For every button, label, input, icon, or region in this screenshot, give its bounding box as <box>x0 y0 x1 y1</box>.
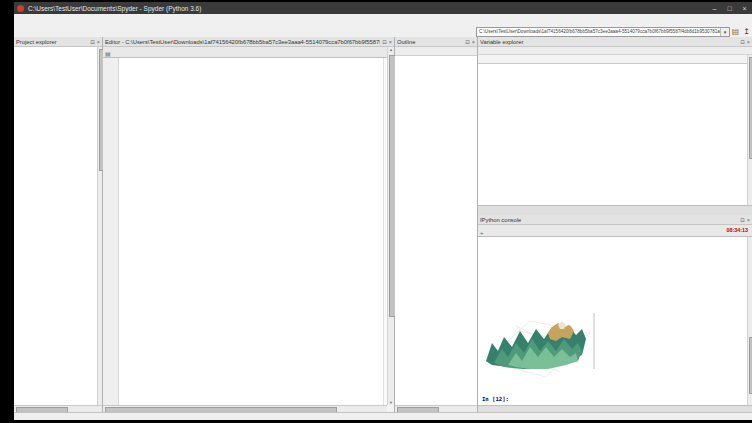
project-tree <box>14 47 97 405</box>
spyder-window: C:\Users\TestUser\Documents\Spyder - Spy… <box>14 2 752 420</box>
close-icon[interactable]: × <box>747 217 750 223</box>
minimize-button[interactable]: – <box>707 5 722 12</box>
browse-tabs-icon[interactable]: ▤ <box>105 50 111 57</box>
console-tab-bar: + 08:34:13 <box>478 225 752 237</box>
variable-explorer-toolbar <box>478 47 752 55</box>
outline-title: Outline <box>397 37 463 46</box>
console-input-prompt[interactable]: In [12]: <box>482 396 509 402</box>
console-vertical-scrollbar[interactable] <box>747 237 752 405</box>
new-console-icon[interactable]: + <box>480 230 484 236</box>
undock-icon[interactable]: ⊡ <box>382 39 387 45</box>
variable-table-header <box>478 55 747 64</box>
outline-horizontal-scrollbar[interactable] <box>395 405 477 412</box>
main-toolbar: C:\Users\TestUser\Downloads\1af74156420f… <box>14 26 752 37</box>
close-icon[interactable]: × <box>389 39 392 45</box>
maximize-button[interactable]: □ <box>722 5 737 12</box>
status-bar <box>14 412 752 420</box>
project-horizontal-scrollbar[interactable] <box>14 405 102 412</box>
undock-icon[interactable]: ⊡ <box>740 39 745 45</box>
outline-tree <box>395 56 477 405</box>
editor-panel: Editor - C:\Users\TestUser\Downloads\1af… <box>103 37 395 412</box>
undock-icon[interactable]: ⊡ <box>465 39 470 45</box>
undock-icon[interactable]: ⊡ <box>90 39 95 45</box>
working-directory-combobox[interactable]: C:\Users\TestUser\Downloads\1af74156420f… <box>476 27 730 37</box>
surface-plot <box>478 299 610 399</box>
editor-horizontal-scrollbar[interactable] <box>103 405 387 412</box>
close-icon[interactable]: × <box>747 39 750 45</box>
spyder-logo-icon <box>17 5 24 12</box>
working-directory-path: C:\Users\TestUser\Downloads\1af74156420f… <box>477 28 720 36</box>
variable-explorer-title: Variable explorer <box>480 37 738 46</box>
project-vertical-scrollbar[interactable] <box>97 47 102 405</box>
editor-tab-bar: ▤ <box>103 47 394 58</box>
editor-vertical-scrollbar[interactable]: ▲ ▼ <box>387 47 394 405</box>
chevron-down-icon[interactable]: ▾ <box>720 28 729 36</box>
parent-directory-icon[interactable]: ↥ <box>741 27 752 37</box>
variable-vertical-scrollbar[interactable] <box>747 55 752 205</box>
ipython-console-title: IPython console <box>480 215 738 224</box>
variable-table <box>478 64 747 205</box>
code-editor[interactable] <box>103 58 387 405</box>
editor-gutter[interactable] <box>103 58 119 405</box>
elapsed-time: 08:34:13 <box>726 225 748 236</box>
main-area: Project explorer ⊡× Editor - C:\Users\Te… <box>14 37 752 412</box>
right-panel-tabs <box>478 205 752 215</box>
close-icon[interactable]: × <box>472 39 475 45</box>
outline-toolbar <box>395 47 477 56</box>
close-button[interactable]: × <box>737 5 752 12</box>
title-bar: C:\Users\TestUser\Documents\Spyder - Spy… <box>14 2 752 14</box>
project-explorer-title: Project explorer <box>16 37 88 46</box>
console-bottom-tabs <box>478 405 752 412</box>
close-icon[interactable]: × <box>97 39 100 45</box>
editor-title: Editor - C:\Users\TestUser\Downloads\1af… <box>105 37 380 46</box>
right-panel: Variable explorer ⊡× IPython console ⊡× … <box>478 37 752 412</box>
polar-plot <box>616 293 740 397</box>
project-explorer-panel: Project explorer ⊡× <box>14 37 103 412</box>
console-body[interactable]: In [12]: <box>478 237 747 405</box>
undock-icon[interactable]: ⊡ <box>740 217 745 223</box>
browse-directory-icon[interactable]: ▤ <box>730 27 741 37</box>
window-title: C:\Users\TestUser\Documents\Spyder - Spy… <box>28 5 201 12</box>
outline-panel: Outline ⊡× <box>395 37 478 412</box>
